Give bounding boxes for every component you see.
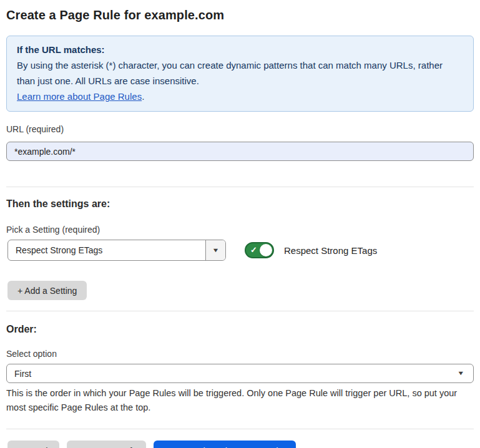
save-deploy-button[interactable]: Save and Deploy Page Rule <box>154 441 296 448</box>
learn-more-link[interactable]: Learn more about Page Rules <box>17 91 142 102</box>
order-select-label: Select option <box>6 349 474 359</box>
etags-toggle[interactable]: ✓ <box>245 242 274 258</box>
check-icon: ✓ <box>250 246 257 254</box>
settings-section-heading: Then the settings are: <box>6 198 474 210</box>
toggle-knob <box>260 244 272 256</box>
save-draft-button[interactable]: Save as Draft <box>67 441 146 448</box>
url-match-info-box: If the URL matches: By using the asteris… <box>6 36 474 112</box>
info-box-body: By using the asterisk (*) character, you… <box>17 57 463 89</box>
url-input[interactable] <box>6 142 474 161</box>
link-suffix: . <box>142 91 144 102</box>
order-section-heading: Order: <box>6 324 474 335</box>
divider <box>6 429 474 429</box>
page-title: Create a Page Rule for example.com <box>6 8 474 22</box>
footer-actions: Cancel Save as Draft Save and Deploy Pag… <box>7 441 474 448</box>
url-label: URL (required) <box>6 124 474 134</box>
info-box-heading: If the URL matches: <box>17 42 463 57</box>
info-link-line: Learn more about Page Rules. <box>17 89 463 104</box>
chevron-down-icon: ▼ <box>457 371 474 376</box>
order-select[interactable]: First ▼ <box>6 364 474 383</box>
chevron-down-icon: ▼ <box>212 248 219 253</box>
pick-setting-label: Pick a Setting (required) <box>6 225 474 235</box>
etags-toggle-label: Respect Strong ETags <box>284 245 377 256</box>
order-select-value: First <box>7 369 31 379</box>
divider <box>6 311 474 311</box>
create-page-rule-form: Create a Page Rule for example.com If th… <box>0 0 480 448</box>
divider <box>6 187 474 187</box>
setting-row: Respect Strong ETags ▼ ✓ Respect Strong … <box>7 240 473 261</box>
setting-select-value: Respect Strong ETags <box>8 245 102 255</box>
cancel-button[interactable]: Cancel <box>7 441 59 448</box>
order-help-text: This is the order in which your Page Rul… <box>6 386 474 415</box>
add-setting-button[interactable]: + Add a Setting <box>7 281 87 300</box>
setting-select-arrow-button[interactable]: ▼ <box>205 240 225 260</box>
setting-select[interactable]: Respect Strong ETags ▼ <box>7 240 226 261</box>
